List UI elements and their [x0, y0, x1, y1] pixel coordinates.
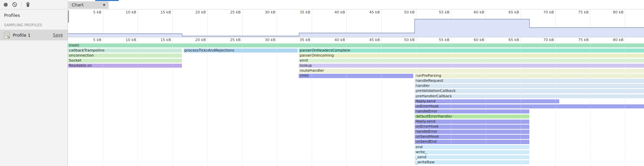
axis-tick-label: 20 kB [181, 10, 206, 14]
flame-frame-handleerror[interactable]: handleError [415, 130, 530, 134]
axis-tick-label: 60 kB [459, 10, 484, 14]
view-mode-value: Chart [72, 2, 84, 7]
axis-tick-label: 30 kB [251, 38, 275, 42]
profiler-toolbar [0, 0, 68, 9]
axis-tick-label: 75 kB [564, 10, 589, 14]
flame-graph: (root)callbackTrampolineprocessTicksAndR… [68, 43, 644, 166]
axis-tick-label: 5 kB [77, 10, 102, 14]
flame-frame-routehandler[interactable]: routeHandler [299, 69, 644, 73]
chevron-down-icon: ▼ [103, 1, 105, 9]
axis-tick-label: 65 kB [494, 38, 519, 42]
flame-frame-socket[interactable]: Socket [68, 59, 182, 63]
axis-tick-label: 50 kB [390, 10, 415, 14]
flame-frame--send[interactable]: _send [415, 155, 530, 160]
flame-frame-onerrorhook[interactable]: onErrorHook [415, 125, 530, 129]
flame-frame-onconnection[interactable]: onconnection [68, 54, 182, 58]
axis-tick-label: 25 kB [216, 10, 241, 14]
flame-frame-runpreparsing[interactable]: runPreParsing [415, 74, 644, 78]
clear-all-icon[interactable] [12, 2, 17, 7]
flame-frame-handleerror[interactable]: handleError [415, 109, 530, 114]
flame-frame-lookup[interactable]: lookup [299, 64, 644, 68]
flame-frame-handler[interactable]: handler [415, 84, 644, 88]
flame-frame-emit[interactable]: emit [299, 59, 644, 63]
flame-frame-prehandlercallback[interactable]: preHandlerCallback [415, 94, 644, 99]
axis-tick-label: 30 kB [251, 10, 275, 14]
axis-tick-label: 10 kB [111, 10, 136, 14]
chart-pane-header: Chart ▼ [68, 0, 644, 9]
sampling-profiles-section-header: SAMPLING PROFILES [4, 23, 42, 27]
flame-frame-handlerequest[interactable]: handleRequest [415, 79, 644, 83]
flame-frame-onsendend[interactable]: onSendEnd [415, 140, 530, 144]
profile-item-label: Profile 1 [13, 33, 53, 38]
flame-frame-readable-on[interactable]: Readable.on [68, 64, 182, 68]
sidebar-item-profile-1[interactable]: % Profile 1 Save [0, 30, 68, 40]
axis-tick-label: 80 kB [599, 10, 623, 14]
flame-chart-pane: 5 kB10 kB15 kB20 kB25 kB30 kB35 kB40 kB4… [68, 9, 644, 166]
axis-tick-label: 75 kB [564, 38, 589, 42]
axis-tick-label: 45 kB [355, 10, 380, 14]
gridline-overlay [207, 43, 207, 166]
axis-tick-label: 5 kB [77, 38, 102, 42]
profiles-sidebar: Profiles SAMPLING PROFILES % Profile 1 S… [0, 9, 68, 166]
axis-tick-label: 70 kB [529, 38, 554, 42]
axis-tick-label: 35 kB [286, 38, 310, 42]
sidebar-title: Profiles [4, 13, 20, 18]
flame-frame-child[interactable]: child [299, 74, 413, 78]
flame-frame-reply-send[interactable]: Reply.send [415, 120, 530, 124]
axis-tick-label: 55 kB [425, 10, 450, 14]
flame-frame-parseronincoming[interactable]: parserOnIncoming [299, 54, 644, 58]
record-icon[interactable] [3, 2, 8, 7]
axis-tick-label: 60 kB [459, 38, 484, 42]
flame-frame--writeraw[interactable]: _writeRaw [415, 160, 530, 165]
axis-tick-label: 40 kB [320, 10, 345, 14]
axis-tick-label: 55 kB [425, 38, 450, 42]
flame-frame-parseronheaderscomplete[interactable]: parserOnHeadersComplete [299, 48, 644, 53]
flame-frame-onsendhook[interactable]: onSendHook [415, 135, 530, 139]
gridline-overlay [277, 43, 277, 166]
axis-tick-label: 45 kB [355, 38, 380, 42]
scrollbar-thumb[interactable] [68, 10, 69, 23]
axis-tick-label: 65 kB [494, 10, 519, 14]
flame-frame-onerrorhook[interactable]: onErrorHook [415, 104, 644, 109]
memory-ruler-main: 5 kB10 kB15 kB20 kB25 kB30 kB35 kB40 kB4… [68, 37, 644, 43]
flame-frame-defaulterrorhandler[interactable]: defaultErrorHandler [415, 114, 530, 119]
axis-tick-label: 15 kB [146, 38, 171, 42]
axis-tick-label: 25 kB [216, 38, 241, 42]
axis-tick-label: 20 kB [181, 38, 206, 42]
active-tab-indicator [95, 0, 119, 1]
flame-frame-write-[interactable]: write_ [415, 150, 530, 155]
flame-frame-reply-send[interactable]: Reply.send [415, 99, 560, 104]
overview-area-chart [68, 15, 644, 37]
axis-tick-label: 40 kB [320, 38, 345, 42]
flame-frame-end[interactable]: end [415, 145, 530, 150]
save-profile-link[interactable]: Save [53, 33, 63, 37]
view-mode-dropdown[interactable]: Chart ▼ [68, 1, 109, 9]
axis-tick-label: 10 kB [111, 38, 136, 42]
axis-tick-label: 70 kB [529, 10, 554, 14]
flame-frame--root-[interactable]: (root) [68, 43, 644, 48]
axis-tick-label: 50 kB [390, 38, 415, 42]
profile-sheet-icon: % [4, 32, 10, 38]
allocation-overview[interactable] [68, 15, 644, 37]
toolbar-separator [21, 2, 22, 7]
axis-tick-label: 15 kB [146, 10, 171, 14]
axis-tick-label: 35 kB [286, 10, 310, 14]
delete-profile-icon[interactable] [26, 2, 30, 7]
svg-text:%: % [7, 35, 10, 38]
axis-tick-label: 80 kB [599, 38, 623, 42]
flame-frame-processticksandrejections[interactable]: processTicksAndRejections [184, 48, 298, 53]
gridline-overlay [242, 43, 242, 166]
memory-ruler-top: 5 kB10 kB15 kB20 kB25 kB30 kB35 kB40 kB4… [68, 9, 644, 15]
flame-frame-prevalidationcallback[interactable]: preValidationCallback [415, 89, 644, 93]
flame-frame-callbacktrampoline[interactable]: callbackTrampoline [68, 48, 182, 53]
